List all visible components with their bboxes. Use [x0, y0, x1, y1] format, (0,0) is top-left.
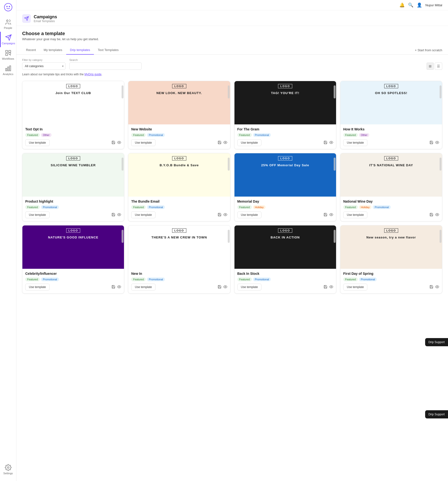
template-card-new-website: LOGO NEW LOOK. NEW BEAUTY. New Website F… [128, 81, 230, 149]
template-tags-first-day-spring: FeaturedPromotional [343, 278, 439, 281]
preview-icon-first-day-spring[interactable] [435, 285, 439, 289]
preview-icon-bundle-email[interactable] [223, 213, 227, 217]
use-template-button-bundle-email[interactable]: Use template [131, 211, 156, 218]
svg-point-3 [7, 20, 8, 22]
svg-point-2 [9, 6, 10, 7]
template-name-first-day-spring: First Day of Spring [343, 272, 439, 276]
tab-drip-templates[interactable]: Drip templates [66, 46, 94, 55]
action-icons-back-in-stock [324, 285, 333, 289]
use-template-button-first-day-spring[interactable]: Use template [343, 284, 368, 290]
save-icon-celebrity-influencer[interactable] [112, 285, 115, 289]
campaigns-header-icon [22, 14, 31, 23]
tag-promotional: Promotional [41, 205, 59, 209]
svg-point-14 [119, 142, 120, 143]
template-info-memorial-day: Memorial Day FeaturedHoliday Use templat… [235, 197, 336, 221]
preview-icon-for-the-gram[interactable] [329, 141, 333, 145]
preview-icon-text-opt-in[interactable] [117, 141, 121, 145]
save-icon-how-it-works[interactable] [429, 141, 433, 145]
drip-support-button-1[interactable]: Drip Support [425, 338, 448, 346]
template-name-bundle-email: The Bundle Email [131, 199, 227, 203]
template-tags-how-it-works: FeaturedOther [343, 133, 439, 137]
preview-icon-back-in-stock[interactable] [329, 285, 333, 289]
save-icon-back-in-stock[interactable] [324, 285, 327, 289]
save-icon-for-the-gram[interactable] [324, 141, 327, 145]
filter-row: Filter by category All categories Featur… [16, 55, 448, 72]
use-template-button-text-opt-in[interactable]: Use template [25, 139, 50, 146]
template-name-text-opt-in: Text Opt In [25, 127, 121, 131]
save-icon-new-in[interactable] [218, 285, 221, 289]
action-icons-text-opt-in [112, 141, 121, 145]
preview-scrollbar [440, 158, 441, 171]
preview-icon-new-in[interactable] [223, 285, 227, 289]
save-icon-product-highlight[interactable] [112, 213, 115, 217]
start-from-scratch-button[interactable]: + Start from scratch [415, 48, 442, 52]
use-template-button-new-in[interactable]: Use template [131, 284, 156, 290]
svg-point-15 [225, 142, 226, 143]
preview-icon-how-it-works[interactable] [435, 141, 439, 145]
template-tags-new-in: FeaturedPromotional [131, 278, 227, 281]
template-tags-new-website: FeaturedPromotional [131, 133, 227, 137]
tab-recent[interactable]: Recent [22, 46, 40, 55]
use-template-button-memorial-day[interactable]: Use template [237, 211, 262, 218]
search-label: Search [69, 59, 142, 61]
template-preview-how-it-works: LOGO OH SO SPOTLESS! [340, 81, 442, 124]
grid-view-button[interactable]: ⊞ [426, 63, 434, 70]
tag-promotional: Promotional [253, 278, 271, 281]
mydrip-guide-link[interactable]: MyDrip guide [84, 73, 102, 76]
template-card-first-day-spring: LOGO New season, try a new flavor First … [340, 225, 442, 293]
template-card-back-in-stock: LOGO BACK IN ACTION Back In Stock Featur… [234, 225, 336, 293]
sidebar-item-workflows[interactable]: Workflows [0, 47, 16, 63]
use-template-button-how-it-works[interactable]: Use template [343, 139, 368, 146]
sidebar-analytics-label: Analytics [3, 73, 13, 75]
use-template-button-back-in-stock[interactable]: Use template [237, 284, 262, 290]
template-tags-memorial-day: FeaturedHoliday [237, 205, 333, 209]
use-template-button-product-highlight[interactable]: Use template [25, 211, 50, 218]
svg-point-17 [437, 142, 438, 143]
user-icon[interactable]: 👤 [417, 2, 422, 8]
save-icon-text-opt-in[interactable] [112, 141, 115, 145]
sidebar-item-settings[interactable]: Settings [0, 462, 16, 477]
search-input[interactable] [69, 62, 142, 70]
preview-icon-celebrity-influencer[interactable] [117, 285, 121, 289]
template-card-celebrity-influencer: LOGO NATURE'S GOOD INFLUENCE Celebrity/I… [22, 225, 124, 293]
search-icon[interactable]: 🔍 [408, 2, 413, 8]
preview-icon-memorial-day[interactable] [329, 213, 333, 217]
preview-icon-new-website[interactable] [223, 141, 227, 145]
svg-point-23 [225, 286, 226, 287]
tag-promotional: Promotional [253, 133, 271, 137]
use-template-button-celebrity-influencer[interactable]: Use template [25, 284, 50, 290]
svg-point-8 [9, 53, 11, 54]
save-icon-bundle-email[interactable] [218, 213, 221, 217]
drip-support-button-2[interactable]: Drip Support [425, 410, 448, 418]
preview-icon-product-highlight[interactable] [117, 213, 121, 217]
sidebar-item-people[interactable]: People [0, 16, 16, 32]
tag-featured: Featured [343, 133, 358, 137]
sidebar-campaigns-label: Campaigns [2, 42, 15, 45]
use-template-button-new-website[interactable]: Use template [131, 139, 156, 146]
tab-my-templates[interactable]: My templates [40, 46, 66, 55]
sidebar-item-analytics[interactable]: Analytics [0, 63, 16, 78]
use-template-button-for-the-gram[interactable]: Use template [237, 139, 262, 146]
svg-point-1 [6, 6, 8, 7]
tab-text-templates[interactable]: Text Templates [94, 46, 122, 55]
save-icon-new-website[interactable] [218, 141, 221, 145]
category-select[interactable]: All categories Featured Promotional Holi… [22, 62, 66, 70]
template-actions-bundle-email: Use template [131, 211, 227, 218]
list-view-button[interactable]: ☰ [435, 63, 442, 70]
save-icon-memorial-day[interactable] [324, 213, 327, 217]
tag-featured: Featured [25, 133, 40, 137]
tag-featured: Featured [343, 205, 358, 209]
preview-scrollbar [334, 230, 336, 243]
template-preview-national-wine-day: LOGO IT'S NATIONAL WINE DAY [340, 153, 442, 197]
save-icon-national-wine-day[interactable] [429, 213, 433, 217]
template-info-how-it-works: How It Works FeaturedOther Use template [340, 124, 442, 149]
template-preview-for-the-gram: LOGO TAG! YOU'RE IT! [235, 81, 336, 124]
preview-icon-national-wine-day[interactable] [435, 213, 439, 217]
page-header: Campaigns Email Templates [16, 10, 448, 26]
save-icon-first-day-spring[interactable] [429, 285, 433, 289]
tag-holiday: Holiday [359, 205, 372, 209]
sidebar-item-campaigns[interactable]: Campaigns [0, 32, 16, 47]
use-template-button-national-wine-day[interactable]: Use template [343, 211, 368, 218]
notification-icon[interactable]: 🔔 [399, 2, 405, 8]
sidebar-settings-label: Settings [3, 472, 13, 475]
